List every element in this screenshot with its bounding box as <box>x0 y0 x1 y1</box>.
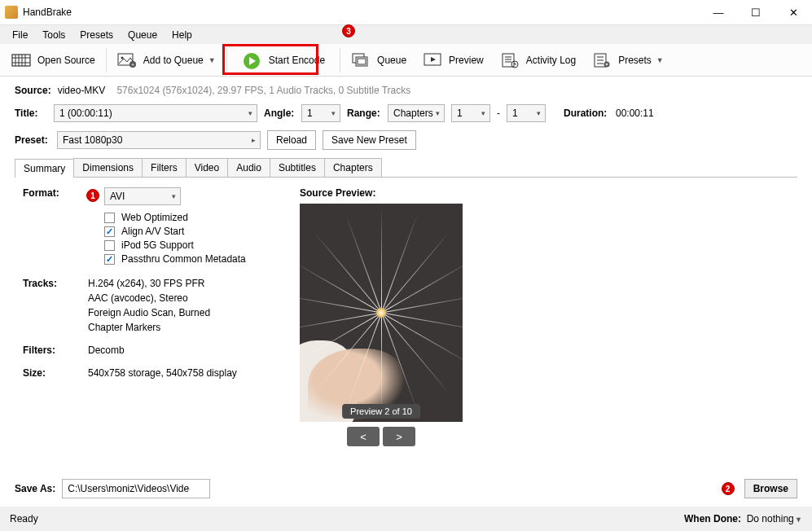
preview-prev-button[interactable]: < <box>347 427 380 446</box>
range-to-select[interactable]: 1 <box>507 104 546 122</box>
range-type-select[interactable]: Chapters <box>388 104 445 122</box>
preview-area: Source Preview: Preview 2 of 10 < > <box>300 187 463 446</box>
track-line: AAC (avcodec), Stereo <box>88 292 210 304</box>
separator <box>106 48 107 72</box>
source-line: Source: video-MKV 576x1024 (576x1024), 2… <box>15 85 797 96</box>
menu-queue[interactable]: Queue <box>121 26 165 44</box>
when-done[interactable]: When Done: Do nothing ▼ <box>684 513 802 524</box>
size-value: 540x758 storage, 540x758 display <box>88 367 237 379</box>
source-preview-label: Source Preview: <box>300 187 463 199</box>
chk-av-label: Align A/V Start <box>121 226 184 237</box>
menu-presets[interactable]: Presets <box>72 26 121 44</box>
log-icon <box>500 52 520 68</box>
format-row: Format: 1 AVI <box>23 187 275 205</box>
screen-play-icon <box>423 52 442 68</box>
when-done-label: When Done: <box>684 513 741 524</box>
range-from-select[interactable]: 1 <box>451 104 490 122</box>
source-meta: 576x1024 (576x1024), 29.97 FPS, 1 Audio … <box>116 85 410 96</box>
chevron-down-icon: ▼ <box>208 56 216 64</box>
duration-value: 00:00:11 <box>616 108 654 119</box>
range-label: Range: <box>347 108 381 119</box>
checkbox-icon <box>104 240 115 251</box>
app-title: HandBrake <box>23 7 72 18</box>
browse-button[interactable]: Browse <box>744 479 797 498</box>
activity-log-label: Activity Log <box>526 55 576 66</box>
app-icon <box>5 6 18 19</box>
tab-summary[interactable]: Summary <box>15 159 74 178</box>
tracks-row: Tracks: H.264 (x264), 30 FPS PFR AAC (av… <box>23 278 275 333</box>
chk-ipod[interactable]: iPod 5G Support <box>104 239 275 251</box>
chk-passthru-meta[interactable]: ✓Passthru Common Metadata <box>104 253 275 265</box>
preview-image[interactable]: Preview 2 of 10 <box>300 204 463 422</box>
minimize-button[interactable]: — <box>700 0 737 24</box>
angle-value: 1 <box>307 108 313 119</box>
format-value: AVI <box>110 191 125 202</box>
preset-label: Preset: <box>15 134 50 146</box>
checkbox-icon <box>104 213 115 223</box>
title-select[interactable]: 1 (00:00:11) <box>54 104 257 122</box>
save-new-preset-button[interactable]: Save New Preset <box>323 130 416 150</box>
picture-plus-icon: + <box>117 52 137 68</box>
title-select-value: 1 (00:00:11) <box>59 108 112 119</box>
duration-label: Duration: <box>564 108 609 119</box>
open-source-button[interactable]: Open Source <box>3 49 103 72</box>
close-button[interactable]: ✕ <box>775 0 812 24</box>
svg-rect-18 <box>503 54 514 67</box>
title-label: Title: <box>15 108 47 119</box>
svg-text:+: + <box>131 62 134 68</box>
chevron-down-icon: ▼ <box>795 516 802 524</box>
activity-log-button[interactable]: Activity Log <box>492 49 584 72</box>
chk-web-label: Web Optimized <box>121 212 188 223</box>
chk-align-av[interactable]: ✓Align A/V Start <box>104 226 275 237</box>
track-line: Chapter Markers <box>88 322 210 333</box>
presets-label: Presets <box>618 55 652 66</box>
tab-filters[interactable]: Filters <box>142 158 187 177</box>
filters-value: Decomb <box>88 344 125 356</box>
chk-web-optimized[interactable]: Web Optimized <box>104 212 275 223</box>
stack-icon <box>351 52 371 68</box>
tab-bar: Summary Dimensions Filters Video Audio S… <box>15 158 797 178</box>
add-queue-button[interactable]: + Add to Queue ▼ <box>109 49 224 72</box>
add-queue-label: Add to Queue <box>143 55 204 66</box>
open-source-label: Open Source <box>37 55 95 66</box>
tab-dimensions[interactable]: Dimensions <box>73 158 143 177</box>
size-row: Size: 540x758 storage, 540x758 display <box>23 367 275 379</box>
presets-button[interactable]: Presets ▼ <box>584 49 672 72</box>
separator <box>340 48 340 72</box>
maximize-button[interactable]: ☐ <box>737 0 775 24</box>
range-to-value: 1 <box>512 108 518 119</box>
callout-badge-2: 2 <box>722 482 735 495</box>
chk-ipod-label: iPod 5G Support <box>121 239 194 251</box>
tab-audio[interactable]: Audio <box>227 158 270 177</box>
queue-label: Queue <box>377 55 406 66</box>
tab-video[interactable]: Video <box>186 158 228 177</box>
callout-badge-1: 1 <box>86 189 99 202</box>
format-select[interactable]: AVI <box>104 187 181 205</box>
range-dash: - <box>497 108 500 119</box>
checkbox-checked-icon: ✓ <box>104 226 115 237</box>
sliders-icon <box>592 52 612 68</box>
tab-chapters[interactable]: Chapters <box>324 158 382 177</box>
save-as-label: Save As: <box>15 483 55 494</box>
menu-tools[interactable]: Tools <box>35 26 72 44</box>
status-text: Ready <box>10 513 38 524</box>
menu-file[interactable]: File <box>5 26 35 44</box>
reload-button[interactable]: Reload <box>267 130 316 150</box>
range-type-value: Chapters <box>393 108 433 119</box>
format-options: Web Optimized ✓Align A/V Start iPod 5G S… <box>104 212 275 265</box>
preview-button[interactable]: Preview <box>415 49 492 72</box>
queue-button[interactable]: Queue <box>343 49 415 72</box>
titlebar: HandBrake — ☐ ✕ <box>0 0 812 24</box>
preset-select[interactable]: Fast 1080p30 <box>57 131 261 149</box>
angle-label: Angle: <box>264 108 295 119</box>
glow-graphic <box>375 307 387 318</box>
preview-next-button[interactable]: > <box>383 427 415 446</box>
menu-help[interactable]: Help <box>165 26 200 44</box>
preview-caption: Preview 2 of 10 <box>342 404 420 419</box>
chk-meta-label: Passthru Common Metadata <box>121 253 246 265</box>
preset-value: Fast 1080p30 <box>63 134 122 146</box>
angle-select[interactable]: 1 <box>301 104 340 122</box>
save-as-input[interactable] <box>62 479 210 498</box>
format-label: Format: <box>23 187 88 205</box>
tab-subtitles[interactable]: Subtitles <box>270 158 325 177</box>
